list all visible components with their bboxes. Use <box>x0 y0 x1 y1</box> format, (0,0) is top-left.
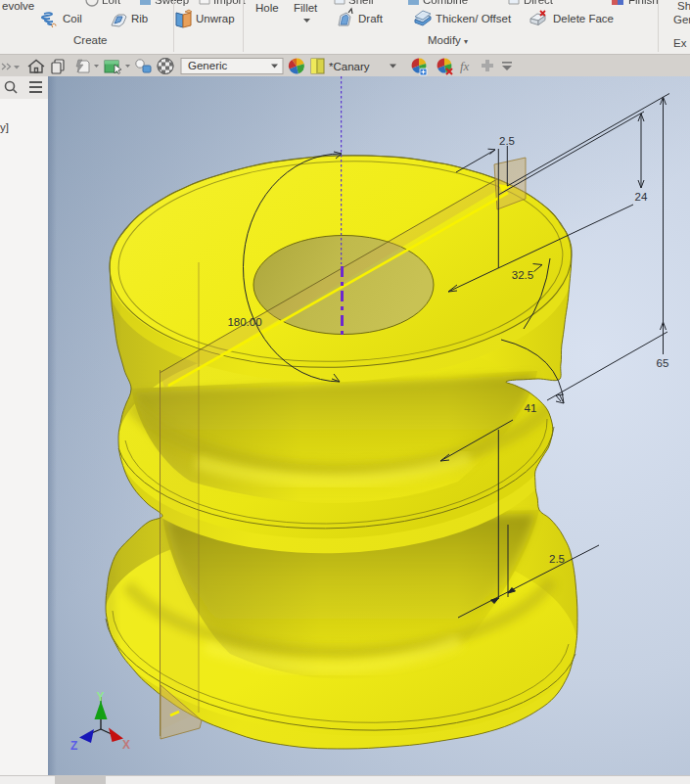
svg-text:Sweep: Sweep <box>155 0 189 6</box>
svg-text:2.5: 2.5 <box>549 553 565 565</box>
svg-text:180.00: 180.00 <box>227 316 261 328</box>
svg-text:24: 24 <box>635 191 648 203</box>
svg-text:Loft: Loft <box>102 0 121 6</box>
svg-text:32.5: 32.5 <box>512 269 533 281</box>
svg-text:41: 41 <box>525 402 537 414</box>
svg-text:Generic: Generic <box>188 60 228 71</box>
svg-text:fx: fx <box>460 59 470 73</box>
svg-text:Direct: Direct <box>524 0 554 6</box>
svg-text:Z: Z <box>70 739 77 753</box>
svg-text:2.5: 2.5 <box>499 135 515 147</box>
svg-text:65: 65 <box>657 357 669 369</box>
svg-text:Combine: Combine <box>423 0 468 6</box>
svg-text:X: X <box>122 738 130 752</box>
svg-text:*Canary: *Canary <box>329 61 370 72</box>
svg-text:Import: Import <box>213 0 246 6</box>
svg-text:Shell: Shell <box>348 0 374 6</box>
svg-text:Finish: Finish <box>628 0 659 6</box>
svg-text:Y: Y <box>97 690 105 704</box>
